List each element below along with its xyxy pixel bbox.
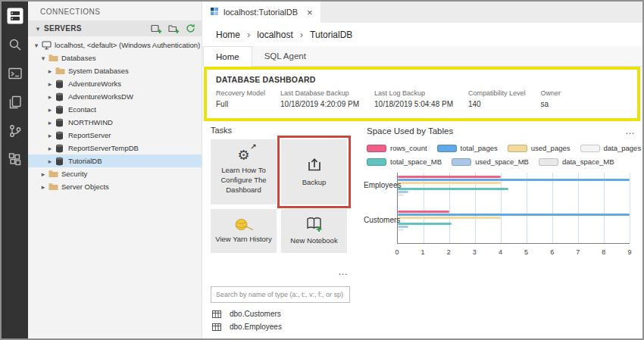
new-connection-icon[interactable] bbox=[151, 23, 162, 34]
breadcrumb-item-localhost[interactable]: localhost bbox=[257, 30, 292, 40]
new-server-group-icon[interactable] bbox=[168, 23, 180, 34]
x-tick: 5 bbox=[524, 248, 528, 256]
backup-icon bbox=[305, 156, 324, 174]
task-view-yarn-history[interactable]: View Yarn History bbox=[211, 209, 277, 253]
source-control-icon[interactable] bbox=[2, 117, 28, 145]
chevron-right-icon[interactable]: ▸ bbox=[39, 183, 47, 191]
breadcrumb-item-tutorialdb[interactable]: TutorialDB bbox=[310, 30, 352, 40]
task-learn-how-to-configure-the-dashboard[interactable]: ⚙↗Learn How To Configure The Dashboard bbox=[211, 139, 277, 204]
legend-used-space-mb: used_space_MB bbox=[452, 158, 529, 166]
breadcrumb-item-home[interactable]: Home bbox=[216, 30, 240, 40]
gridline bbox=[630, 173, 630, 243]
search-input[interactable] bbox=[211, 286, 350, 303]
editor-tab-bar: localhost:TutorialDB × bbox=[202, 2, 642, 23]
tree-item-econtact[interactable]: ▸Econtact bbox=[28, 103, 202, 116]
chevron-right-icon[interactable]: ▸ bbox=[46, 106, 54, 114]
tree-item-label: System Databases bbox=[68, 67, 129, 75]
search-widget: … dbo.Customersdbo.Employees bbox=[211, 264, 350, 333]
legend-swatch bbox=[367, 158, 386, 166]
servers-label: SERVERS bbox=[44, 24, 82, 33]
tree-item-adventureworks[interactable]: ▸AdventureWorks bbox=[28, 77, 202, 90]
field-label: Compatibility Level bbox=[468, 89, 526, 97]
editor-tab[interactable]: localhost:TutorialDB × bbox=[202, 2, 320, 23]
bar-used-pages bbox=[398, 217, 501, 219]
space-used-title: Space Used by Tables bbox=[367, 126, 453, 136]
chevron-right-icon[interactable]: ▸ bbox=[46, 119, 54, 126]
tree-item-security[interactable]: ▸Security bbox=[28, 167, 202, 180]
notebooks-icon[interactable] bbox=[2, 88, 28, 117]
list-item-dbo-employees[interactable]: dbo.Employees bbox=[211, 320, 350, 333]
server-icon bbox=[42, 41, 55, 50]
tree-item-server-objects[interactable]: ▸Server Objects bbox=[28, 180, 202, 193]
tab-home[interactable]: Home bbox=[203, 46, 252, 67]
tree-item-adventureworksdw[interactable]: ▸AdventureWorksDW bbox=[28, 90, 202, 103]
tree-item-northwind[interactable]: ▸NORTHWIND bbox=[28, 116, 202, 129]
extensions-icon[interactable] bbox=[2, 145, 28, 174]
database-icon bbox=[55, 157, 68, 166]
tree-item-label: ReportServerTempDB bbox=[68, 144, 139, 152]
space-used-panel: Space Used by Tables … rows_counttotal_p… bbox=[356, 126, 639, 256]
chevron-right-icon[interactable]: ▸ bbox=[46, 67, 54, 75]
terminal-icon[interactable] bbox=[2, 59, 28, 88]
connections-icon[interactable] bbox=[2, 2, 28, 30]
tree-item-reportservertempdb[interactable]: ▸ReportServerTempDB bbox=[28, 142, 202, 154]
chevron-down-icon[interactable]: ▾ bbox=[39, 55, 47, 62]
breadcrumb: Home›localhost›TutorialDB bbox=[202, 23, 642, 46]
object-name: dbo.Customers bbox=[230, 310, 281, 318]
bar-group-employees bbox=[398, 176, 630, 197]
tree-item-reportserver[interactable]: ▸ReportServer bbox=[28, 129, 202, 142]
database-icon bbox=[55, 144, 68, 153]
field-label: Last Database Backup bbox=[280, 89, 359, 97]
object-name: dbo.Employees bbox=[230, 323, 282, 331]
tree-item-label: AdventureWorks bbox=[68, 80, 121, 88]
task-new-notebook[interactable]: New Notebook bbox=[281, 209, 347, 253]
chevron-right-icon[interactable]: ▸ bbox=[46, 158, 54, 165]
close-icon[interactable]: × bbox=[307, 8, 313, 17]
chevron-right-icon[interactable]: ▸ bbox=[39, 170, 47, 178]
editor-tab-title: localhost:TutorialDB bbox=[224, 8, 298, 17]
chevron-right-icon[interactable]: ▸ bbox=[46, 132, 54, 139]
chevron-right-icon[interactable]: ▸ bbox=[46, 80, 54, 88]
tree-item-tutorialdb[interactable]: ▸TutorialDB bbox=[28, 154, 202, 167]
chevron-right-icon[interactable]: ▸ bbox=[46, 93, 54, 101]
x-tick: 6 bbox=[550, 248, 554, 256]
legend-label: data_space_MB bbox=[562, 158, 614, 166]
dashboard-icon bbox=[210, 7, 219, 17]
sidebar-title: CONNECTIONS bbox=[28, 2, 202, 20]
activity-bar bbox=[2, 2, 28, 338]
tree-item-label: NORTHWIND bbox=[68, 118, 113, 126]
server-tree: ▾localhost, <default> (Windows Authentic… bbox=[28, 39, 202, 193]
refresh-icon[interactable] bbox=[186, 23, 195, 33]
tree-item-system-databases[interactable]: ▸System Databases bbox=[28, 64, 202, 77]
legend-label: used_pages bbox=[531, 144, 571, 152]
folder-icon bbox=[48, 170, 61, 178]
task-backup[interactable]: Backup bbox=[281, 139, 347, 204]
list-item-dbo-customers[interactable]: dbo.Customers bbox=[211, 307, 350, 320]
chevron-down-icon[interactable]: ▾ bbox=[33, 42, 40, 49]
ellipsis-menu-icon[interactable]: … bbox=[338, 266, 349, 277]
category-label-customers: Customers bbox=[364, 216, 400, 224]
tree-item-localhost-default-windows-authentication[interactable]: ▾localhost, <default> (Windows Authentic… bbox=[28, 39, 202, 51]
servers-section-header[interactable]: ▾ SERVERS bbox=[28, 20, 202, 36]
legend-total-pages: total_pages bbox=[437, 144, 498, 152]
ellipsis-menu-icon[interactable]: … bbox=[625, 126, 636, 136]
chart-plot bbox=[397, 173, 630, 244]
folder-icon bbox=[48, 182, 61, 191]
task-label: View Yarn History bbox=[215, 235, 271, 245]
chart-legend: rows_counttotal_pagesused_pagesdata_page… bbox=[367, 144, 639, 166]
yarn-icon bbox=[234, 218, 254, 231]
x-tick: 2 bbox=[447, 248, 451, 256]
dashboard-field-last-database-backup: Last Database Backup10/18/2019 4:20:09 P… bbox=[280, 89, 359, 108]
editor-area: localhost:TutorialDB × Home›localhost›Tu… bbox=[202, 2, 642, 338]
chevron-right-icon[interactable]: ▸ bbox=[46, 145, 54, 152]
tab-sql-agent[interactable]: SQL Agent bbox=[252, 46, 318, 66]
bar-total-space-mb bbox=[398, 223, 452, 225]
x-tick: 4 bbox=[499, 248, 502, 256]
task-label: New Notebook bbox=[290, 236, 337, 246]
bar-used-space-mb bbox=[398, 191, 408, 193]
bar-rows-count bbox=[398, 176, 501, 178]
chevron-right-icon: › bbox=[247, 29, 250, 40]
search-icon[interactable] bbox=[2, 30, 28, 59]
tasks-title: Tasks bbox=[211, 126, 355, 135]
tree-item-databases[interactable]: ▾Databases bbox=[28, 51, 202, 64]
